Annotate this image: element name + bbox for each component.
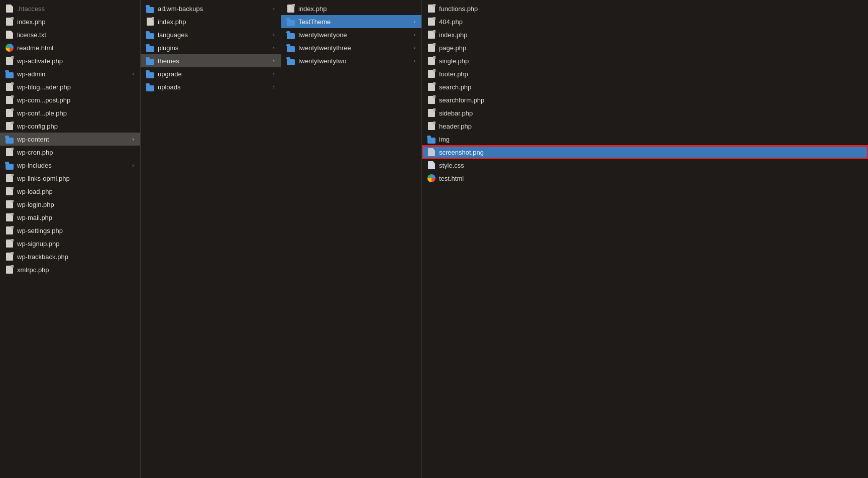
file-name-footer: footer.php — [439, 70, 862, 78]
php-icon — [5, 17, 14, 26]
file-item-footer[interactable]: footer.php — [422, 67, 868, 80]
file-item-twentytwentytwo[interactable]: twentytwentytwo› — [281, 54, 421, 67]
file-item-test[interactable]: test.html — [422, 172, 868, 185]
php-icon — [427, 122, 436, 131]
php-icon — [5, 200, 14, 209]
file-name-functions: functions.php — [439, 5, 862, 13]
file-item-upgrade[interactable]: upgrade› — [141, 67, 281, 80]
php-icon — [5, 187, 14, 196]
file-item-wp-conf[interactable]: wp-conf...ple.php — [0, 106, 140, 120]
file-item-404[interactable]: 404.php — [422, 15, 868, 28]
file-item-wp-content[interactable]: wp-content› — [0, 133, 140, 146]
php-icon — [5, 265, 14, 274]
file-name-upgrade: upgrade — [158, 70, 271, 78]
php-icon — [146, 17, 155, 26]
file-item-functions[interactable]: functions.php — [422, 2, 868, 15]
file-item-style[interactable]: style.css — [422, 159, 868, 172]
file-name-testtheme: TestTheme — [298, 18, 411, 26]
column-col1: .htaccessindex.phplicense.txtreadme.html… — [0, 0, 141, 478]
file-item-search[interactable]: search.php — [422, 80, 868, 93]
php-icon — [427, 4, 436, 13]
file-name-sidebar: sidebar.php — [439, 109, 862, 117]
folder-icon — [286, 30, 295, 39]
file-item-ai1wm[interactable]: ai1wm-backups› — [141, 2, 281, 15]
file-item-wp-includes[interactable]: wp-includes› — [0, 159, 140, 172]
file-item-license[interactable]: license.txt — [0, 28, 140, 41]
file-name-index-php-3: index.php — [298, 5, 415, 13]
file-name-page: page.php — [439, 44, 862, 52]
file-item-wp-activate[interactable]: wp-activate.php — [0, 54, 140, 67]
file-item-page[interactable]: page.php — [422, 41, 868, 54]
file-name-screenshot: screenshot.png — [439, 149, 862, 156]
file-name-wp-cron: wp-cron.php — [17, 149, 134, 156]
php-icon — [5, 82, 14, 91]
file-item-wp-signup[interactable]: wp-signup.php — [0, 237, 140, 250]
file-item-index-php-4[interactable]: index.php — [422, 28, 868, 41]
file-item-wp-config[interactable]: wp-config.php — [0, 120, 140, 133]
file-name-twentytwentythree: twentytwentythree — [298, 44, 411, 52]
file-item-twentytwentythree[interactable]: twentytwentythree› — [281, 41, 421, 54]
file-item-uploads[interactable]: uploads› — [141, 80, 281, 93]
file-name-wp-signup: wp-signup.php — [17, 240, 134, 248]
file-item-plugins[interactable]: plugins› — [141, 41, 281, 54]
file-name-index-php-4: index.php — [439, 31, 862, 39]
folder-icon — [146, 69, 155, 78]
file-name-single: single.php — [439, 57, 862, 65]
php-icon — [5, 148, 14, 157]
column-col3: index.phpTestTheme›twentytwentyone›twent… — [281, 0, 422, 478]
file-item-htaccess[interactable]: .htaccess — [0, 2, 140, 15]
html-icon — [427, 174, 436, 183]
file-item-wp-com[interactable]: wp-com...post.php — [0, 93, 140, 106]
file-item-languages[interactable]: languages› — [141, 28, 281, 41]
html-icon — [5, 43, 14, 52]
file-item-single[interactable]: single.php — [422, 54, 868, 67]
file-name-header: header.php — [439, 123, 862, 130]
file-item-wp-settings[interactable]: wp-settings.php — [0, 224, 140, 237]
chevron-icon-wp-includes: › — [132, 162, 134, 168]
chevron-icon-themes: › — [273, 58, 275, 64]
file-item-wp-load[interactable]: wp-load.php — [0, 185, 140, 198]
folder-icon — [146, 43, 155, 52]
file-item-twentytwentyone[interactable]: twentytwentyone› — [281, 28, 421, 41]
php-icon — [427, 69, 436, 78]
chevron-icon-testtheme: › — [413, 19, 415, 25]
file-item-wp-mail[interactable]: wp-mail.php — [0, 211, 140, 224]
file-name-wp-admin: wp-admin — [17, 70, 130, 78]
file-item-index-php-1[interactable]: index.php — [0, 15, 140, 28]
folder-icon — [286, 43, 295, 52]
file-item-wp-trackback[interactable]: wp-trackback.php — [0, 250, 140, 263]
chevron-icon-plugins: › — [273, 45, 275, 51]
file-item-xmlrpc[interactable]: xmlrpc.php — [0, 263, 140, 276]
file-name-index-php-1: index.php — [17, 18, 134, 26]
php-icon — [427, 43, 436, 52]
file-item-wp-admin[interactable]: wp-admin› — [0, 67, 140, 80]
folder-icon — [427, 135, 436, 144]
php-icon — [5, 95, 14, 104]
file-item-searchform[interactable]: searchform.php — [422, 93, 868, 106]
file-item-wp-login[interactable]: wp-login.php — [0, 198, 140, 211]
file-item-wp-blog[interactable]: wp-blog...ader.php — [0, 80, 140, 93]
file-name-search: search.php — [439, 83, 862, 91]
file-name-readme: readme.html — [17, 44, 134, 52]
php-icon — [427, 56, 436, 65]
file-item-wp-cron[interactable]: wp-cron.php — [0, 146, 140, 159]
php-icon — [427, 95, 436, 104]
folder-icon — [5, 69, 14, 78]
file-item-testtheme[interactable]: TestTheme› — [281, 15, 421, 28]
folder-icon — [286, 56, 295, 65]
folder-icon — [146, 4, 155, 13]
file-item-wp-links[interactable]: wp-links-opml.php — [0, 172, 140, 185]
file-item-header[interactable]: header.php — [422, 120, 868, 133]
file-item-index-php-2[interactable]: index.php — [141, 15, 281, 28]
file-item-screenshot[interactable]: screenshot.png — [422, 146, 868, 159]
file-name-xmlrpc: xmlrpc.php — [17, 266, 134, 274]
file-item-readme[interactable]: readme.html — [0, 41, 140, 54]
php-icon — [427, 30, 436, 39]
file-item-themes[interactable]: themes› — [141, 54, 281, 67]
file-item-img[interactable]: img — [422, 133, 868, 146]
file-item-sidebar[interactable]: sidebar.php — [422, 106, 868, 120]
php-icon — [5, 122, 14, 131]
file-name-wp-trackback: wp-trackback.php — [17, 253, 134, 261]
file-item-index-php-3[interactable]: index.php — [281, 2, 421, 15]
chevron-icon-uploads: › — [273, 84, 275, 90]
